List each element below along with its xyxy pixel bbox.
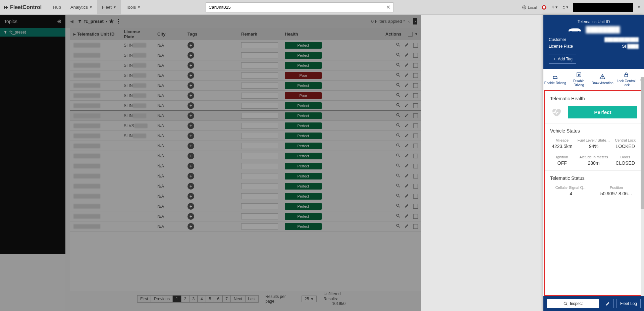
pencil-icon[interactable]	[405, 133, 409, 139]
remark-input[interactable]	[241, 52, 278, 58]
pencil-icon[interactable]	[405, 113, 409, 118]
pencil-icon[interactable]	[405, 173, 409, 179]
row-checkbox[interactable]	[413, 93, 418, 98]
remark-input[interactable]	[241, 93, 278, 99]
row-checkbox[interactable]	[413, 63, 418, 68]
add-tag-icon[interactable]: +	[187, 102, 194, 109]
search-icon[interactable]	[396, 213, 400, 219]
page-first[interactable]: First	[137, 295, 151, 303]
chevron-down-icon[interactable]: ▼	[415, 32, 418, 36]
page-6[interactable]: 6	[214, 295, 222, 303]
search-icon[interactable]	[396, 193, 400, 199]
row-checkbox[interactable]	[413, 83, 418, 88]
pencil-icon[interactable]	[405, 213, 409, 219]
scrollbar[interactable]	[641, 77, 644, 296]
add-tag-icon[interactable]: +	[187, 193, 194, 200]
search-input[interactable]	[209, 5, 386, 10]
pencil-icon[interactable]	[405, 183, 409, 189]
add-topic-icon[interactable]: ⊕	[57, 18, 61, 24]
add-tag-icon[interactable]: +	[187, 203, 194, 210]
select-all-checkbox[interactable]	[408, 32, 413, 37]
remark-input[interactable]	[241, 213, 278, 219]
sidebar-item[interactable]	[0, 104, 65, 110]
page-prev[interactable]: Previous	[151, 295, 173, 303]
page-5[interactable]: 5	[206, 295, 214, 303]
search-icon[interactable]	[396, 123, 400, 128]
search-icon[interactable]	[396, 52, 400, 58]
lock-button[interactable]: Lock Central Lock	[614, 69, 638, 90]
search-icon[interactable]	[396, 42, 400, 48]
remark-input[interactable]	[241, 223, 278, 229]
pencil-icon[interactable]	[405, 62, 409, 68]
inspect-button[interactable]: Inspect	[547, 299, 599, 308]
table-row[interactable]: N/A+Perfect	[70, 201, 421, 211]
pencil-icon[interactable]	[405, 223, 409, 229]
table-row[interactable]: SI IN N/A+Perfect	[70, 50, 421, 60]
sidebar-item[interactable]	[0, 63, 65, 70]
row-checkbox[interactable]	[413, 113, 418, 118]
table-row[interactable]: N/A+Perfect	[70, 141, 421, 151]
table-row[interactable]: SI IN N/A+Perfect	[70, 111, 421, 121]
search-icon[interactable]	[396, 133, 400, 139]
sidebar-item[interactable]	[0, 124, 65, 131]
pencil-icon[interactable]	[405, 42, 409, 48]
table-row[interactable]: N/A+Perfect	[70, 211, 421, 221]
table-row[interactable]: SI IN N/A+Perfect	[70, 40, 421, 50]
pencil-icon[interactable]	[405, 123, 409, 128]
add-tag-icon[interactable]: +	[187, 42, 194, 49]
page-next[interactable]: Next	[231, 295, 245, 303]
enable-driving-button[interactable]: Enable Driving	[543, 69, 567, 90]
search-icon[interactable]	[396, 173, 400, 179]
row-checkbox[interactable]	[413, 224, 418, 229]
pencil-icon[interactable]	[405, 143, 409, 149]
remark-input[interactable]	[241, 133, 278, 139]
add-tag-icon[interactable]: +	[187, 143, 194, 149]
table-row[interactable]: N/A+Perfect	[70, 171, 421, 181]
table-row[interactable]: N/A+Perfect	[70, 161, 421, 171]
add-tag-icon[interactable]: +	[187, 62, 194, 69]
pencil-icon[interactable]	[405, 52, 409, 58]
search-icon[interactable]	[396, 93, 400, 98]
th-id[interactable]: Telematics Unit ID	[77, 32, 115, 37]
notifications-icon[interactable]	[541, 4, 547, 11]
th-lp[interactable]: License Plate	[120, 29, 154, 39]
row-checkbox[interactable]	[413, 174, 418, 178]
edit-button[interactable]	[602, 299, 614, 308]
row-checkbox[interactable]	[413, 123, 418, 128]
page-3[interactable]: 3	[189, 295, 198, 303]
pencil-icon[interactable]	[405, 103, 409, 108]
remark-input[interactable]	[241, 123, 278, 129]
sidebar-item[interactable]	[0, 70, 65, 77]
nav-hub[interactable]: Hub	[48, 0, 66, 15]
sidebar-item[interactable]	[0, 57, 65, 63]
pencil-icon[interactable]	[405, 83, 409, 88]
sidebar-item[interactable]	[0, 117, 65, 124]
row-checkbox[interactable]	[413, 204, 418, 209]
fleet-log-button[interactable]: Fleet Log	[616, 299, 641, 308]
row-checkbox[interactable]	[413, 144, 418, 148]
page-2[interactable]: 2	[181, 295, 190, 303]
chevron-left-icon[interactable]: ‹	[408, 19, 410, 24]
filters-applied[interactable]: 0 Filters applied *	[371, 19, 405, 24]
remark-input[interactable]	[241, 72, 278, 79]
chevron-down-icon[interactable]: ▼	[637, 5, 641, 9]
th-city[interactable]: City	[154, 32, 184, 37]
remark-input[interactable]	[241, 143, 278, 149]
row-checkbox[interactable]	[413, 214, 418, 219]
table-row[interactable]: N/A+Perfect	[70, 191, 421, 201]
add-tag-icon[interactable]: +	[187, 153, 194, 159]
sidebar-item[interactable]	[0, 43, 65, 50]
remark-input[interactable]	[241, 183, 278, 189]
add-tag-button[interactable]: ＋Add Tag	[549, 54, 576, 64]
global-search[interactable]: ✕	[206, 2, 393, 12]
sidebar-item[interactable]	[0, 50, 65, 57]
row-checkbox[interactable]	[413, 43, 418, 48]
sort-icon[interactable]: ▸	[73, 32, 76, 37]
th-remark[interactable]: Remark	[238, 32, 281, 37]
page-last[interactable]: Last	[245, 295, 259, 303]
table-row[interactable]: SI IN N/A+Perfect	[70, 81, 421, 91]
row-checkbox[interactable]	[413, 184, 418, 189]
table-row[interactable]: SI IN N/A+Perfect	[70, 131, 421, 141]
table-row[interactable]: SI IN N/A+Poor	[70, 91, 421, 101]
collapse-sidebar-icon[interactable]: ◀	[69, 19, 74, 24]
